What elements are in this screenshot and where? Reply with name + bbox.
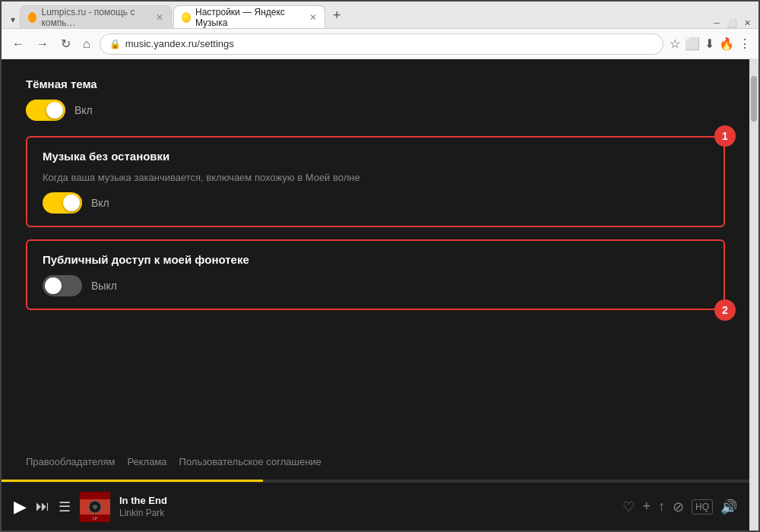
home-button[interactable]: ⌂ xyxy=(80,34,93,54)
tab-lumpics-close[interactable]: ✕ xyxy=(156,12,163,23)
bookmark-button[interactable]: ☆ xyxy=(670,36,680,51)
nonstop-knob xyxy=(63,195,80,211)
scrollbar[interactable] xyxy=(749,59,758,530)
nonstop-section: Музыка без остановки Когда ваша музыка з… xyxy=(26,136,725,227)
ban-button[interactable]: ⊘ xyxy=(673,499,684,515)
queue-button[interactable]: ☰ xyxy=(59,499,71,515)
nonstop-label: Вкл xyxy=(91,197,109,209)
play-button[interactable]: ▶ xyxy=(14,497,27,517)
nav-bar: ← → ↻ ⌂ 🔒 music.yandex.ru/settings ☆ ⬜ ⬇… xyxy=(2,29,758,59)
track-info: In the End Linkin Park xyxy=(119,495,180,518)
tab-yandex-music[interactable]: Настройки — Яндекс Музыка ✕ xyxy=(173,5,325,28)
add-button[interactable]: + xyxy=(642,499,651,515)
dark-theme-section: Тёмная тема Вкл xyxy=(26,78,725,121)
public-library-label: Выкл xyxy=(91,280,117,292)
dark-theme-toggle[interactable] xyxy=(26,100,65,121)
lumpics-favicon xyxy=(28,12,36,23)
back-button[interactable]: ← xyxy=(9,34,27,54)
nonstop-title: Музыка без остановки xyxy=(43,150,708,163)
share-button[interactable]: ↑ xyxy=(658,499,665,515)
dark-theme-title: Тёмная тема xyxy=(26,78,725,90)
nav-icons: ☆ ⬜ ⬇ 🔥 ⋮ xyxy=(670,36,751,51)
nonstop-section-wrapper: Музыка без остановки Когда ваша музыка з… xyxy=(26,136,725,227)
dark-theme-knob xyxy=(46,102,63,119)
fire-button[interactable]: 🔥 xyxy=(719,36,734,51)
settings-area: Тёмная тема Вкл Музыка без остановки Ког… xyxy=(2,59,749,444)
footer-link-rights[interactable]: Правообладателям xyxy=(26,456,115,467)
forward-button[interactable]: → xyxy=(33,34,52,54)
public-library-row: Выкл xyxy=(43,275,708,296)
public-library-section: Публичный доступ к моей фонотеке Выкл xyxy=(26,239,725,310)
player-actions: ♡ + ↑ ⊘ HQ 🔊 xyxy=(622,499,737,515)
nonstop-subtitle: Когда ваша музыка заканчивается, включае… xyxy=(43,172,708,183)
dark-theme-label: Вкл xyxy=(74,104,93,116)
footer-link-ads[interactable]: Реклама xyxy=(127,456,166,467)
address-text: music.yandex.ru/settings xyxy=(125,38,654,49)
tab-expand-btn[interactable]: ▾ xyxy=(8,11,18,28)
svg-point-3 xyxy=(93,505,97,509)
content-area: Тёмная тема Вкл Музыка без остановки Ког… xyxy=(2,59,758,530)
nonstop-row: Вкл xyxy=(43,192,708,214)
browser-frame: ▾ Lumpics.ru - помощь с компь… ✕ Настрой… xyxy=(0,0,760,532)
track-name: In the End xyxy=(119,495,180,506)
extensions-button[interactable]: ⬜ xyxy=(685,36,700,51)
yandex-favicon xyxy=(182,12,191,23)
footer-link-terms[interactable]: Пользовательское соглашение xyxy=(179,456,321,467)
tab-yandex-close[interactable]: ✕ xyxy=(309,12,317,23)
tab-lumpics-label: Lumpics.ru - помощь с компь… xyxy=(41,7,148,28)
new-tab-button[interactable]: + xyxy=(327,5,347,27)
address-bar[interactable]: 🔒 music.yandex.ru/settings xyxy=(100,33,663,55)
download-button[interactable]: ⬇ xyxy=(705,36,714,51)
svg-text:LP: LP xyxy=(93,516,98,521)
dark-theme-row: Вкл xyxy=(26,100,725,121)
tab-yandex-label: Настройки — Яндекс Музыка xyxy=(195,7,302,28)
next-button[interactable]: ⏭ xyxy=(36,499,49,515)
progress-bar-bg[interactable] xyxy=(2,480,749,482)
tab-bar: ▾ Lumpics.ru - помощь с компь… ✕ Настрой… xyxy=(2,2,758,29)
public-library-knob xyxy=(45,277,62,294)
public-library-section-wrapper: Публичный доступ к моей фонотеке Выкл 2 xyxy=(26,239,725,310)
volume-button[interactable]: 🔊 xyxy=(720,499,737,515)
tab-lumpics[interactable]: Lumpics.ru - помощь с компь… ✕ xyxy=(20,5,172,28)
public-library-title: Публичный доступ к моей фонотеке xyxy=(43,253,708,266)
minimize-button[interactable]: ─ xyxy=(711,17,722,28)
menu-button[interactable]: ⋮ xyxy=(739,36,751,51)
badge-2: 2 xyxy=(714,299,736,321)
track-artist: Linkin Park xyxy=(119,508,180,518)
refresh-button[interactable]: ↻ xyxy=(58,33,74,54)
public-library-toggle[interactable] xyxy=(43,275,82,296)
badge-1: 1 xyxy=(714,125,736,147)
hq-button[interactable]: HQ xyxy=(692,499,713,515)
like-button[interactable]: ♡ xyxy=(622,499,635,515)
footer-links: Правообладателям Реклама Пользовательско… xyxy=(2,444,749,480)
progress-bar-fill xyxy=(2,480,263,482)
album-art: LP xyxy=(80,492,110,522)
main-content: Тёмная тема Вкл Музыка без остановки Ког… xyxy=(2,59,749,530)
window-controls: ─ ⬜ ✕ xyxy=(711,17,752,28)
maximize-button[interactable]: ⬜ xyxy=(727,17,737,28)
nonstop-toggle[interactable] xyxy=(43,192,82,214)
close-button[interactable]: ✕ xyxy=(742,17,752,28)
player-bar: ▶ ⏭ ☰ LP In the End Linkin Park xyxy=(2,482,749,530)
scrollbar-thumb[interactable] xyxy=(751,76,757,122)
